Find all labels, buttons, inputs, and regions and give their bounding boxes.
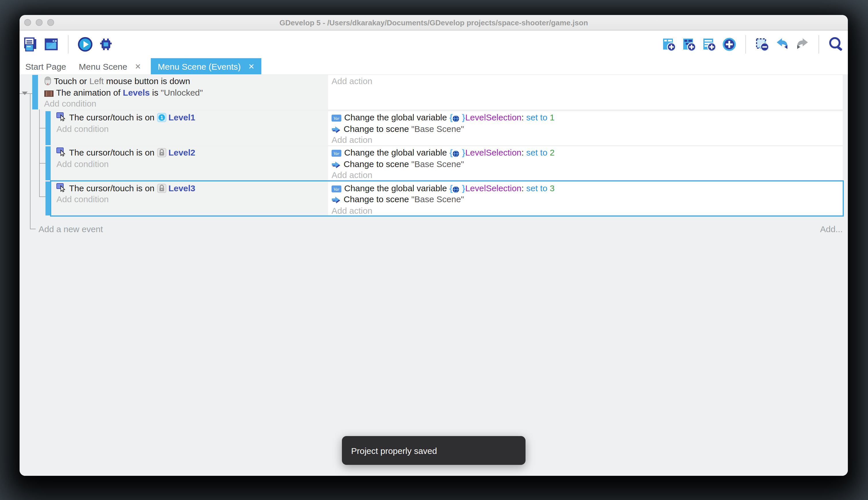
change-scene-icon: [331, 196, 341, 203]
global-variable-icon: {: [449, 112, 453, 122]
change-scene-icon: [331, 161, 341, 168]
operator-text: set to: [526, 112, 550, 122]
add-condition-button[interactable]: Add condition: [51, 123, 328, 134]
tab-close-icon[interactable]: ✕: [135, 62, 141, 70]
action-text: Change to scene: [344, 194, 411, 204]
add-other-event-icon[interactable]: [722, 37, 737, 52]
add-action-button[interactable]: Add action: [328, 76, 843, 87]
debugger-icon[interactable]: [98, 37, 114, 52]
add-new-event-button[interactable]: Add a new event: [38, 224, 103, 234]
object-thumbnail-level1: 1: [157, 113, 166, 122]
event-row-level2[interactable]: The cursor/touch is on Level2 Add condit…: [51, 146, 843, 180]
variable-icon: Var: [331, 185, 341, 192]
event-drag-handle[interactable]: [45, 146, 51, 180]
add-condition-button[interactable]: Add condition: [51, 194, 328, 205]
change-scene-icon: [331, 126, 341, 133]
event-row-level3[interactable]: The cursor/touch is on Level3 Add condit…: [51, 181, 843, 215]
operator-text: set to: [526, 183, 550, 193]
window-title: GDevelop 5 - /Users/dkarakay/Documents/G…: [20, 18, 848, 27]
add-condition-button[interactable]: Add condition: [39, 98, 328, 109]
global-variable-icon: {: [449, 147, 453, 157]
condition-animation[interactable]: The animation of Levels is "Unlocked": [39, 87, 328, 98]
svg-text:Var: Var: [333, 186, 340, 191]
tree-line: [39, 163, 46, 163]
svg-text:Var: Var: [333, 116, 340, 121]
redo-icon[interactable]: [795, 37, 810, 52]
operator-text: set to: [526, 147, 550, 157]
title-bar: GDevelop 5 - /Users/dkarakay/Documents/G…: [20, 15, 848, 31]
play-icon[interactable]: [78, 37, 93, 52]
mouse-icon: [44, 77, 51, 85]
undo-icon[interactable]: [775, 37, 790, 52]
add-sub-event-icon[interactable]: [681, 37, 696, 52]
tab-start-page[interactable]: Start Page: [20, 58, 73, 74]
add-comment-icon[interactable]: [702, 37, 717, 52]
variable-icon: Var: [331, 115, 341, 122]
condition-param: Left: [89, 76, 104, 86]
project-manager-icon[interactable]: [23, 37, 38, 52]
tree-line: [30, 228, 35, 229]
cursor-touch-icon: [56, 183, 66, 192]
collapse-arrow-icon[interactable]: [22, 92, 27, 95]
action-change-variable[interactable]: VarChange the global variable {}LevelSel…: [328, 112, 843, 123]
action-change-variable[interactable]: VarChange the global variable {}LevelSel…: [328, 182, 843, 194]
tab-label: Start Page: [25, 61, 66, 71]
global-variable-icon: }: [462, 112, 465, 122]
action-text: :: [521, 147, 526, 157]
action-change-scene[interactable]: Change to scene "Base Scene": [328, 123, 843, 134]
event-row-main[interactable]: Touch or Left mouse button is down The a…: [39, 75, 843, 109]
animation-icon: [44, 90, 53, 96]
toolbar-separator: [746, 35, 746, 54]
gdevelop-window: GDevelop 5 - /Users/dkarakay/Documents/G…: [20, 15, 848, 476]
add-event-icon[interactable]: [661, 37, 676, 52]
tab-label: Menu Scene (Events): [158, 61, 241, 71]
conditions-column: The cursor/touch is on Level2 Add condit…: [51, 146, 328, 180]
scene-name: "Base Scene": [411, 194, 464, 204]
variable-icon: Var: [331, 150, 341, 157]
toolbar-right-group: [661, 35, 848, 54]
tree-line: [39, 196, 46, 197]
event-row-level1[interactable]: The cursor/touch is on 1Level1 Add condi…: [51, 111, 843, 145]
scene-editor-icon[interactable]: [44, 37, 59, 52]
delete-selection-icon[interactable]: [754, 37, 770, 52]
events-sheet: Touch or Left mouse button is down The a…: [20, 74, 848, 476]
event-drag-handle[interactable]: [45, 111, 51, 145]
tab-menu-scene[interactable]: Menu Scene ✕: [73, 58, 148, 74]
add-condition-button[interactable]: Add condition: [51, 158, 328, 169]
conditions-column: The cursor/touch is on 1Level1 Add condi…: [51, 111, 328, 145]
condition-cursor-on[interactable]: The cursor/touch is on 1Level1: [51, 112, 328, 123]
action-text: Change to scene: [344, 124, 411, 133]
add-action-button[interactable]: Add action: [328, 205, 843, 216]
condition-value: "Unlocked": [161, 87, 203, 97]
action-change-scene[interactable]: Change to scene "Base Scene": [328, 158, 843, 169]
toolbar-separator: [819, 35, 819, 54]
tab-close-icon[interactable]: ✕: [248, 62, 255, 70]
action-change-variable[interactable]: VarChange the global variable {}LevelSel…: [328, 147, 843, 158]
global-variable-icon: {: [449, 183, 453, 193]
add-more-button[interactable]: Add...: [820, 224, 843, 234]
scene-name: "Base Scene": [411, 124, 464, 133]
conditions-column: Touch or Left mouse button is down The a…: [39, 75, 328, 109]
object-thumbnail-lock: [157, 183, 166, 193]
event-drag-handle[interactable]: [45, 181, 51, 215]
add-action-button[interactable]: Add action: [328, 169, 843, 181]
desktop: GDevelop 5 - /Users/dkarakay/Documents/G…: [0, 0, 868, 500]
condition-cursor-on[interactable]: The cursor/touch is on Level3: [51, 182, 328, 194]
toast-message: Project properly saved: [351, 445, 437, 455]
tab-bar: Start Page Menu Scene ✕ Menu Scene (Even…: [20, 58, 848, 74]
event-drag-handle[interactable]: [32, 75, 38, 109]
action-change-scene[interactable]: Change to scene "Base Scene": [328, 194, 843, 205]
condition-mouse-down[interactable]: Touch or Left mouse button is down: [39, 76, 328, 87]
tree-line: [30, 93, 30, 229]
value-text: 3: [550, 183, 554, 193]
value-text: 2: [550, 147, 554, 157]
condition-cursor-on[interactable]: The cursor/touch is on Level2: [51, 147, 328, 158]
actions-column: Add action: [328, 75, 843, 109]
search-icon[interactable]: [828, 36, 844, 53]
condition-text: The animation of: [56, 87, 123, 97]
object-name: Level3: [168, 183, 195, 193]
tab-menu-scene-events[interactable]: Menu Scene (Events) ✕: [151, 58, 261, 74]
add-action-button[interactable]: Add action: [328, 134, 843, 146]
toolbar-left-group: [20, 35, 114, 54]
object-name: Level1: [168, 112, 195, 122]
